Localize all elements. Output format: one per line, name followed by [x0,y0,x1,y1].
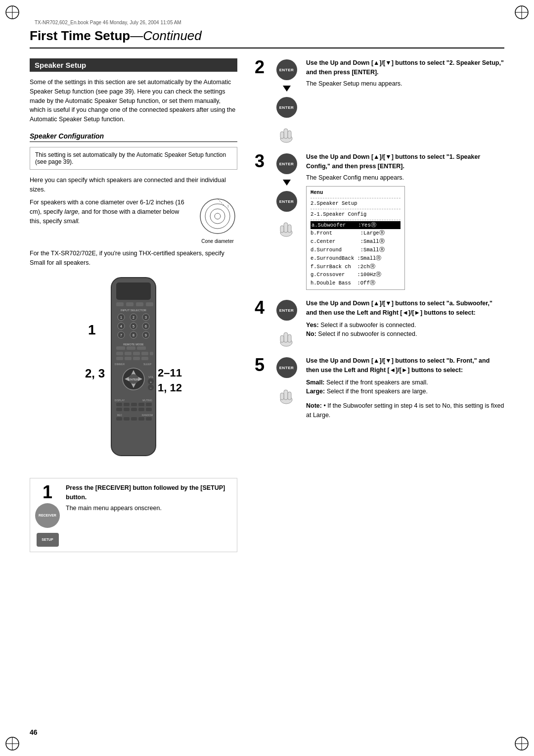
info-box: This setting is set automatically by the… [30,147,237,170]
svg-rect-81 [116,408,122,411]
svg-text:DISPLAY: DISPLAY [115,399,125,402]
svg-rect-89 [124,417,130,421]
svg-rect-50 [141,352,148,355]
cone-area: For speakers with a cone diameter over 6… [30,198,237,244]
step1-content: Press the [RECEIVER] button followed by … [66,483,232,513]
step4-yes-text: Select if a subwoofer is connected. [320,322,416,329]
svg-rect-48 [125,352,132,355]
step3-block: 3 ENTER ENTER Use the Up and Down [▲]/[▼… [252,152,504,290]
step4-instruction: Use the Up and Down [▲]/[▼] buttons to s… [306,299,504,318]
corner-mark-bl [5,736,20,751]
svg-rect-102 [284,332,288,342]
menu-row-subwoofer: a.Subwoofer :YesⓇ [311,221,400,230]
svg-rect-44 [116,346,125,350]
page: TX-NR702,602_En.book Page 46 Monday, Jul… [0,0,534,756]
right-column: 2 ENTER ENTER Use the Up and Down [▲ [252,58,504,429]
intro-paragraph: Some of the settings in this section are… [30,78,237,124]
svg-rect-76 [116,403,122,406]
menu-title: Menu [311,189,400,197]
svg-text:INPUT SELECTOR: INPUT SELECTOR [121,309,146,312]
step1-instruction: Press the [RECEIVER] button followed by … [66,483,232,502]
svg-rect-104 [280,335,284,342]
svg-text:SLEEP: SLEEP [143,363,152,366]
title-suffix: —Continued [130,28,202,43]
menu-row-crossover: g.Crossover :100HzⓇ [311,271,400,279]
step5-number: 5 [252,356,267,374]
step4-block: 4 ENTER Use the Up and Down [▲]/[▼] butt… [252,299,504,347]
svg-text:8: 8 [133,333,134,337]
step3-instruction: Use the Up and Down [▲]/[▼] buttons to s… [306,152,504,171]
step4-icon: ENTER [273,299,300,347]
step5-note-title: Note: [306,402,322,409]
svg-rect-94 [284,129,288,139]
remote-label-1-12: 1, 12 [158,381,182,394]
svg-rect-53 [125,357,132,360]
svg-rect-92 [146,417,152,421]
menu-row-surrbackch: f.SurrBack ch :2chⓇ [311,263,400,271]
menu-row-center: c.Center :SmallⓇ [311,237,400,246]
svg-rect-91 [138,417,144,421]
svg-rect-90 [131,417,137,421]
corner-mark-tl [5,5,20,20]
svg-text:↕: ↕ [227,203,229,208]
remote-label-1: 1 [88,322,96,338]
enter-button-icon-4: ENTER [276,300,297,321]
step5-large-label: Large: [306,388,325,395]
cone-p2: For the TX-SR702/702E, if you're using T… [30,249,237,268]
step4-no: No: Select if no subwoofer is connected. [306,330,504,339]
svg-text:RANDOM: RANDOM [142,414,153,417]
svg-text:5: 5 [133,325,134,328]
svg-rect-106 [284,390,288,400]
enter-button-icon-5: ENTER [276,357,297,378]
cone-label: Cone diameter [198,238,237,244]
svg-rect-45 [127,346,135,350]
enter-button-icon-2a: ENTER [276,59,297,80]
step4-no-label: No: [306,331,316,337]
svg-text:DIMMER: DIMMER [115,363,125,366]
step1-block: 1 RECEIVER SETUP Press the [RECEIVER] bu… [30,478,237,552]
title-main: First Time Setup [30,28,130,43]
svg-point-14 [210,209,225,224]
menu-row-surroundback: e.SurroundBack :SmallⓇ [311,254,400,263]
step2-result: The Speaker Setup menu appears. [306,79,504,89]
step5-large-text: Select if the front speakers are large. [327,388,428,395]
step5-icon: ENTER [273,356,300,405]
step4-no-text: Select if no subwoofer is connected. [318,331,417,337]
step5-note: Note: • If the Subwoofer setting in step… [306,401,504,420]
svg-rect-96 [280,132,284,139]
step5-small: Small: Select if the front speakers are … [306,378,504,387]
svg-rect-20 [116,302,124,306]
step2-content: Use the Up and Down [▲]/[▼] buttons to s… [306,58,504,88]
step3-icon: ENTER ENTER [273,152,300,237]
step1-result: The main menu appears onscreen. [66,504,232,513]
step2-block: 2 ENTER ENTER Use the Up and Down [▲ [252,58,504,143]
svg-point-13 [205,204,230,229]
receiver-button-icon: RECEIVER [35,503,60,528]
step2-icon: ENTER ENTER [273,58,300,143]
corner-mark-tr [514,5,529,20]
svg-rect-98 [284,223,288,233]
remote-label-2-11: 2–11 [158,367,182,379]
svg-rect-99 [288,225,291,233]
section-heading: Speaker Setup [30,58,237,72]
svg-text:9: 9 [145,333,147,337]
svg-rect-54 [133,357,140,360]
svg-rect-70 [116,393,125,396]
svg-text:6: 6 [145,325,147,328]
svg-rect-100 [280,226,284,233]
page-title: First Time Setup—Continued [30,28,504,48]
svg-rect-77 [124,403,130,406]
cone-text: For speakers with a cone diameter over 6… [30,198,192,230]
step1-number: 1 [43,483,52,501]
menu-row-surround: d.Surround :SmallⓇ [311,246,400,254]
down-arrow-2 [283,86,291,92]
svg-rect-78 [131,403,137,406]
step1-icons: 1 RECEIVER SETUP [35,483,60,547]
svg-rect-71 [127,393,135,396]
svg-rect-72 [137,393,146,396]
step2-instruction: Use the Up and Down [▲]/[▼] buttons to s… [306,58,504,77]
step5-large: Large: Select if the front speakers are … [306,387,504,396]
step4-number: 4 [252,299,267,317]
svg-point-15 [215,213,221,219]
page-number: 46 [30,728,38,736]
